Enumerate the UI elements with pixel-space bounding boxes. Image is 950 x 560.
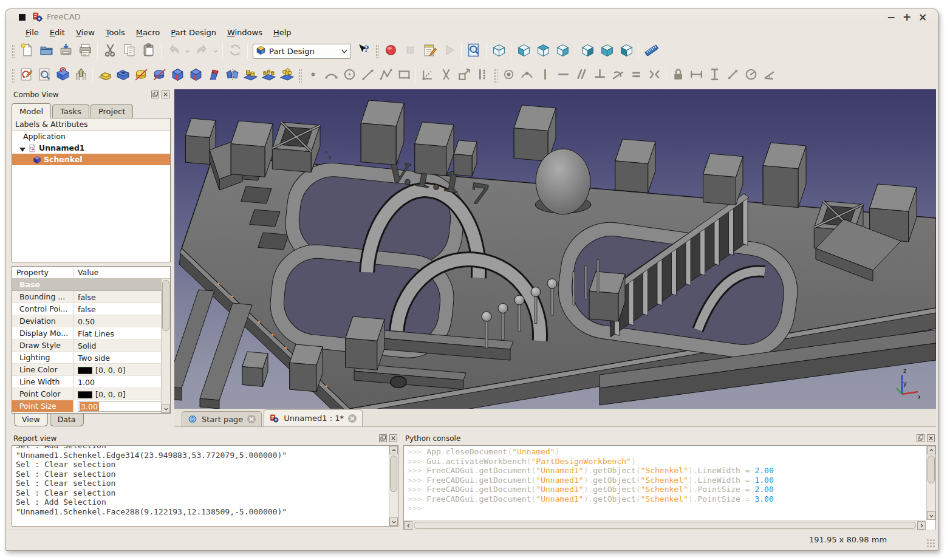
constraint-distance-x-button[interactable] xyxy=(687,66,705,84)
model-tree[interactable]: Labels & Attributes ApplicationUnnamed1S… xyxy=(12,118,171,262)
sketch-rectangle-button[interactable] xyxy=(395,66,413,84)
python-scroll-up-button[interactable] xyxy=(927,446,935,454)
python-scroll-left-button[interactable] xyxy=(404,521,412,530)
fit-all-button[interactable] xyxy=(464,41,484,61)
property-row-line-color[interactable]: Line Color[0, 0, 0] xyxy=(12,364,170,376)
sketch-line-button[interactable] xyxy=(358,66,377,84)
dropdown-chevron-button[interactable] xyxy=(211,41,220,61)
constraint-perpendicular-button[interactable] xyxy=(590,66,609,84)
menu-file[interactable]: File xyxy=(20,27,44,38)
sketch-view-button[interactable] xyxy=(35,66,53,84)
multi-transform-button[interactable] xyxy=(278,66,296,84)
print-button[interactable] xyxy=(75,41,95,61)
property-editor[interactable]: Property Value BaseBounding ...falseCont… xyxy=(12,266,171,414)
minimize-button[interactable]: − xyxy=(886,10,897,24)
constraint-parallel-button[interactable] xyxy=(572,66,590,84)
sketch-new-button[interactable] xyxy=(17,66,35,84)
property-row-base[interactable]: Base xyxy=(12,279,170,291)
toolbar-drag-handle[interactable] xyxy=(493,68,497,83)
constraint-radius-button[interactable] xyxy=(742,66,760,84)
tab-data[interactable]: Data xyxy=(50,414,84,426)
sketch-trim-button[interactable] xyxy=(437,66,455,84)
float-panel-button[interactable] xyxy=(151,90,159,98)
titlebar[interactable]: FreeCAD − + × xyxy=(5,9,938,25)
python-scroll-down-button[interactable] xyxy=(927,511,935,520)
python-scrollbar[interactable] xyxy=(926,446,935,520)
undo-button[interactable] xyxy=(164,41,183,61)
close-panel-button[interactable] xyxy=(389,434,397,442)
view-front-button[interactable] xyxy=(514,41,533,61)
tree-item-application[interactable]: Application xyxy=(12,131,170,142)
measure-distance-button[interactable] xyxy=(641,41,661,61)
revolution-button[interactable] xyxy=(132,66,150,84)
sketch-leave-button[interactable] xyxy=(72,66,90,84)
tab-tasks[interactable]: Tasks xyxy=(52,104,89,118)
draft-button[interactable] xyxy=(205,66,223,84)
menu-part-design[interactable]: Part Design xyxy=(165,27,222,38)
sketch-point-button[interactable] xyxy=(304,66,322,84)
property-scrollbar-thumb[interactable] xyxy=(162,280,169,331)
close-panel-button[interactable] xyxy=(927,434,935,442)
macro-edit-button[interactable] xyxy=(420,41,439,61)
float-panel-button[interactable] xyxy=(379,434,387,442)
property-scrollbar[interactable] xyxy=(161,279,170,413)
report-scroll-down-button[interactable] xyxy=(389,517,398,526)
whats-this-button[interactable]: ? xyxy=(354,41,373,61)
chamfer-button[interactable] xyxy=(186,66,205,84)
copy-button[interactable] xyxy=(120,41,139,61)
property-row-point-size[interactable]: Point Size3.00 xyxy=(12,400,170,412)
window-menu-icon[interactable] xyxy=(19,14,26,21)
tree-item-unnamed1[interactable]: Unnamed1 xyxy=(12,142,170,154)
menu-help[interactable]: Help xyxy=(268,27,297,38)
sketch-arc-button[interactable] xyxy=(322,66,340,84)
property-row-point-color[interactable]: Point Color[0, 0, 0] xyxy=(12,388,170,400)
toolbar-drag-handle[interactable] xyxy=(11,44,15,58)
report-scroll-up-button[interactable] xyxy=(389,446,398,454)
menu-macro[interactable]: Macro xyxy=(131,27,165,38)
property-row-lighting[interactable]: LightingTwo side xyxy=(12,352,170,364)
model-3d[interactable]: V.1.17 xyxy=(174,89,936,409)
constraint-tangent-button[interactable] xyxy=(609,66,627,84)
view-top-button[interactable] xyxy=(533,41,553,61)
viewport-3d-area[interactable]: V.1.17 zyx xyxy=(174,89,936,409)
property-row-display-mo[interactable]: Display Mo...Flat Lines xyxy=(12,327,170,340)
sketch-polyline-button[interactable] xyxy=(377,66,395,84)
view-left-button[interactable] xyxy=(617,41,636,61)
polar-pattern-button[interactable] xyxy=(259,66,278,84)
resize-grip[interactable] xyxy=(926,539,936,548)
property-scroll-down-button[interactable] xyxy=(162,405,170,413)
constraint-angle-button[interactable] xyxy=(760,66,778,84)
constraint-symmetric-button[interactable] xyxy=(645,66,663,84)
close-tab-icon[interactable] xyxy=(348,414,357,423)
constraint-equal-button[interactable] xyxy=(627,66,645,84)
dropdown-chevron-button[interactable] xyxy=(183,41,192,61)
value-spinbox[interactable]: 3.00 xyxy=(78,401,169,412)
tab-view[interactable]: View xyxy=(14,414,48,426)
macro-record-button[interactable] xyxy=(381,41,400,61)
macro-stop-button[interactable] xyxy=(400,41,420,61)
property-row-bounding[interactable]: Bounding ...false xyxy=(12,291,170,303)
mirrored-button[interactable] xyxy=(223,66,241,84)
property-value-editor[interactable]: 3.00 xyxy=(73,400,170,412)
view-right-button[interactable] xyxy=(553,41,572,61)
menu-windows[interactable]: Windows xyxy=(222,27,268,38)
property-row-draw-style[interactable]: Draw StyleSolid xyxy=(12,340,170,352)
report-view-log[interactable]: Sel : Add Selection"Unnamed1.Schenkel.Ed… xyxy=(12,445,398,527)
constraint-distance-button[interactable] xyxy=(723,66,742,84)
property-row-control-poi[interactable]: Control Poi...false xyxy=(12,303,170,315)
toolbar-drag-handle[interactable] xyxy=(298,68,302,83)
constraint-point-on-object-button[interactable] xyxy=(518,66,536,84)
carbon-copy-button[interactable] xyxy=(473,66,491,84)
macro-play-button[interactable] xyxy=(439,41,459,61)
python-scrollbar-thumb[interactable] xyxy=(928,456,935,483)
close-button[interactable]: × xyxy=(917,10,928,24)
python-scroll-right-button[interactable] xyxy=(917,521,926,530)
view-rear-button[interactable] xyxy=(578,41,597,61)
property-row-deviation[interactable]: Deviation0.50 xyxy=(12,315,170,327)
view-axonometric-button[interactable] xyxy=(489,41,508,61)
pocket-button[interactable] xyxy=(114,66,132,84)
property-row-line-width[interactable]: Line Width1.00 xyxy=(12,376,170,388)
report-scrollbar[interactable] xyxy=(389,446,398,526)
external-geometry-button[interactable] xyxy=(455,66,473,84)
sketch-circle-button[interactable] xyxy=(340,66,358,84)
